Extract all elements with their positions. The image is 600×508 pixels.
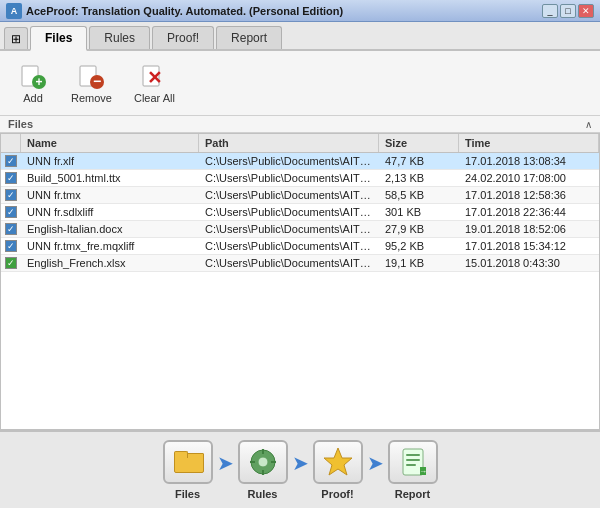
tab-files[interactable]: Files: [30, 26, 87, 51]
row-time-3: 17.01.2018 22:36:44: [459, 204, 599, 220]
row-checkbox-4[interactable]: ✓: [1, 221, 21, 237]
title-bar-left: A AceProof: Translation Quality. Automat…: [6, 3, 343, 19]
file-list-container[interactable]: Name Path Size Time ✓ UNN fr.xlf C:\User…: [0, 133, 600, 430]
clear-all-button[interactable]: ✕ Clear All: [125, 57, 184, 109]
row-checkbox-3[interactable]: ✓: [1, 204, 21, 220]
row-name-2: UNN fr.tmx: [21, 187, 199, 203]
row-checkbox-2[interactable]: ✓: [1, 187, 21, 203]
checkbox-2[interactable]: ✓: [5, 189, 17, 201]
header-size: Size: [379, 134, 459, 152]
checkbox-3[interactable]: ✓: [5, 206, 17, 218]
clear-all-icon: ✕: [140, 62, 168, 90]
minimize-button[interactable]: _: [542, 4, 558, 18]
table-row[interactable]: ✓ UNN fr.xlf C:\Users\Public\Documents\A…: [1, 153, 599, 170]
nav-files-icon[interactable]: [163, 440, 213, 484]
nav-report-label: Report: [395, 488, 430, 500]
row-name-5: UNN fr.tmx_fre.mqxliff: [21, 238, 199, 254]
checkbox-5[interactable]: ✓: [5, 240, 17, 252]
row-path-1: C:\Users\Public\Documents\AIT\AceProof 3…: [199, 170, 379, 186]
svg-rect-16: [406, 454, 420, 456]
row-path-4: C:\Users\Public\Documents\AIT\AceProof 3…: [199, 221, 379, 237]
nav-report-icon[interactable]: →: [388, 440, 438, 484]
tab-rules[interactable]: Rules: [89, 26, 150, 49]
nav-proof-icon[interactable]: [313, 440, 363, 484]
tab-report[interactable]: Report: [216, 26, 282, 49]
nav-rules-label: Rules: [248, 488, 278, 500]
svg-text:+: +: [35, 75, 42, 89]
row-path-6: C:\Users\Public\Documents\AIT\AceProof 3…: [199, 255, 379, 271]
table-row[interactable]: ✓ English-Italian.docx C:\Users\Public\D…: [1, 221, 599, 238]
svg-rect-10: [262, 449, 264, 454]
main-container: ⊞ Files Rules Proof! Report + Add −: [0, 22, 600, 508]
close-button[interactable]: ✕: [578, 4, 594, 18]
row-checkbox-1[interactable]: ✓: [1, 170, 21, 186]
collapse-button[interactable]: ∧: [585, 119, 592, 130]
row-name-6: English_French.xlsx: [21, 255, 199, 271]
nav-step-files[interactable]: Files: [163, 440, 213, 500]
tab-bar: ⊞ Files Rules Proof! Report: [0, 22, 600, 51]
add-icon: +: [19, 62, 47, 90]
remove-button[interactable]: − Remove: [62, 57, 121, 109]
remove-icon: −: [77, 62, 105, 90]
window-title: AceProof: Translation Quality. Automated…: [26, 5, 343, 17]
table-row[interactable]: ✓ UNN fr.sdlxliff C:\Users\Public\Docume…: [1, 204, 599, 221]
nav-arrow-3: ➤: [367, 451, 384, 475]
file-list-header: Name Path Size Time: [1, 134, 599, 153]
remove-label: Remove: [71, 92, 112, 104]
nav-step-report[interactable]: → Report: [388, 440, 438, 500]
row-time-1: 24.02.2010 17:08:00: [459, 170, 599, 186]
nav-rules-icon[interactable]: [238, 440, 288, 484]
row-time-6: 15.01.2018 0:43:30: [459, 255, 599, 271]
row-size-6: 19,1 KB: [379, 255, 459, 271]
nav-files-label: Files: [175, 488, 200, 500]
row-name-3: UNN fr.sdlxliff: [21, 204, 199, 220]
row-checkbox-5[interactable]: ✓: [1, 238, 21, 254]
maximize-button[interactable]: □: [560, 4, 576, 18]
checkbox-0[interactable]: ✓: [5, 155, 17, 167]
clear-all-label: Clear All: [134, 92, 175, 104]
svg-rect-11: [262, 470, 264, 475]
row-checkbox-6[interactable]: ✓: [1, 255, 21, 271]
header-time: Time: [459, 134, 599, 152]
svg-text:✕: ✕: [147, 68, 162, 88]
row-size-4: 27,9 KB: [379, 221, 459, 237]
row-name-4: English-Italian.docx: [21, 221, 199, 237]
window-controls: _ □ ✕: [542, 4, 594, 18]
nav-proof-label: Proof!: [321, 488, 353, 500]
nav-arrow-2: ➤: [292, 451, 309, 475]
row-time-4: 19.01.2018 18:52:06: [459, 221, 599, 237]
checkbox-4[interactable]: ✓: [5, 223, 17, 235]
svg-point-9: [258, 457, 268, 467]
row-size-1: 2,13 KB: [379, 170, 459, 186]
svg-rect-17: [406, 459, 420, 461]
app-icon: A: [6, 3, 22, 19]
add-button[interactable]: + Add: [8, 57, 58, 109]
table-row[interactable]: ✓ UNN fr.tmx_fre.mqxliff C:\Users\Public…: [1, 238, 599, 255]
checkbox-6[interactable]: ✓: [5, 257, 17, 269]
svg-rect-12: [250, 461, 255, 463]
nav-step-proof[interactable]: Proof!: [313, 440, 363, 500]
tab-list-view[interactable]: ⊞: [4, 27, 28, 49]
header-path: Path: [199, 134, 379, 152]
files-section-header: Files ∧: [0, 116, 600, 133]
svg-text:−: −: [93, 73, 101, 89]
row-size-2: 58,5 KB: [379, 187, 459, 203]
row-checkbox-0[interactable]: ✓: [1, 153, 21, 169]
row-time-5: 17.01.2018 15:34:12: [459, 238, 599, 254]
title-bar: A AceProof: Translation Quality. Automat…: [0, 0, 600, 22]
row-path-5: C:\Users\Public\Documents\AIT\AceProof 3…: [199, 238, 379, 254]
svg-rect-13: [271, 461, 276, 463]
toolbar: + Add − Remove ✕ Clear All: [0, 51, 600, 116]
table-row[interactable]: ✓ Build_5001.html.ttx C:\Users\Public\Do…: [1, 170, 599, 187]
nav-step-rules[interactable]: Rules: [238, 440, 288, 500]
checkbox-1[interactable]: ✓: [5, 172, 17, 184]
table-row[interactable]: ✓ English_French.xlsx C:\Users\Public\Do…: [1, 255, 599, 272]
row-size-3: 301 KB: [379, 204, 459, 220]
tab-proof[interactable]: Proof!: [152, 26, 214, 49]
header-name: Name: [21, 134, 199, 152]
table-row[interactable]: ✓ UNN fr.tmx C:\Users\Public\Documents\A…: [1, 187, 599, 204]
files-section-title: Files: [8, 118, 33, 130]
row-time-2: 17.01.2018 12:58:36: [459, 187, 599, 203]
row-name-1: Build_5001.html.ttx: [21, 170, 199, 186]
svg-rect-18: [406, 464, 416, 466]
